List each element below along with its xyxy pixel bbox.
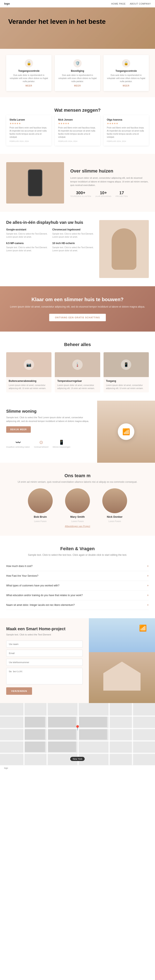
nav-link-about[interactable]: About Company <box>130 3 151 5</box>
faq-expand-icon-4[interactable]: + <box>147 593 149 597</box>
features-row: 🔒 Toegangscontrole Duis aute dolor is re… <box>0 49 155 97</box>
faq-item-1[interactable]: How much does it cost? + <box>6 562 149 571</box>
feature-card-2: 🛡️ Beveiliging Duis aute dolor is repreh… <box>55 55 100 91</box>
submit-button[interactable]: VERZENDEN <box>6 687 32 695</box>
cta-button[interactable]: ONTVANG EEN GRATIS SCHATTING <box>49 314 106 321</box>
t-text-2: Proin sed libero enim sed faucibus torpa… <box>58 126 97 138</box>
phone-input[interactable] <box>6 659 83 666</box>
hero-title: Verander het leven in het beste <box>8 18 147 25</box>
faq-item-2[interactable]: How Fast Are Your Services? + <box>6 571 149 581</box>
nav-logo: logo <box>4 2 10 5</box>
team-member-1: Bob Bruin Lorem Forem <box>24 488 57 523</box>
faq-expand-icon-5[interactable]: + <box>147 603 149 607</box>
sl-feature-3: 📱 Slimme toepassingen <box>52 440 70 448</box>
t-stars-3: ★★★★★ <box>107 122 146 125</box>
ao-title: De alles-in-één displayhub van uw huis <box>6 220 95 225</box>
ao-item-text-2: Sample text. Click to select the Text El… <box>52 232 95 239</box>
t-date-2: FEBRUARI 2024, 2024 <box>58 140 97 142</box>
contact-section: Maak een Smart Home-project Sample text.… <box>0 618 155 703</box>
team-section: Ons team m Ut enim ad minim veniam, quis… <box>0 463 155 536</box>
road-v-5 <box>132 703 133 765</box>
stat-3: 17 PROJECTEN <box>115 191 128 197</box>
stat-num-3: 17 <box>115 191 128 195</box>
wifi-device: 📶 <box>118 423 134 440</box>
faq-expand-icon-2[interactable]: + <box>147 574 149 578</box>
faq-question-5: Naam sit amet dolor. Integer iaculis est… <box>6 603 75 606</box>
ao-item-3: 6.5 MP-camera Sample text. Click to sele… <box>6 242 49 252</box>
beheer-section: Beheer alles 📷 Buitencamerabewaking Lore… <box>0 332 155 401</box>
faq-item-3[interactable]: What types of customers have you worked … <box>6 581 149 590</box>
wifi-icon-house: 📶 <box>139 624 147 632</box>
cta-text: Lorem ipsum dolor sit amet, consectetur … <box>8 305 147 309</box>
feature-meer-3[interactable]: MEER <box>107 84 146 87</box>
footer: logo <box>0 765 155 771</box>
avatar-mary <box>65 488 90 513</box>
feature-title-1: Toegangscontrole <box>9 70 48 72</box>
sl-icons: 〰️ Draadloze verbinding maken ⊙ Centraal… <box>6 440 91 448</box>
sl-right-image: 📶 <box>97 401 155 463</box>
testimonials-row: Stella Larsen ★★★★★ Proin sed libero eni… <box>6 115 149 146</box>
contact-title: Maak een Smart Home-project <box>6 627 83 631</box>
team-grid: Bob Bruin Lorem Forem Mary Smith Lorem F… <box>6 488 149 523</box>
ao-item-text-4: Sample text. Click to select the Text El… <box>52 246 95 252</box>
feature-title-3: Toegangscontrole <box>107 70 146 72</box>
feature-icon-2: 🛡️ <box>73 59 82 67</box>
faq-question-3: What types of customers have you worked … <box>6 584 59 587</box>
feature-icon-1: 🔒 <box>25 59 33 67</box>
cf-right-image: 📶 <box>89 618 155 703</box>
beheer-img-3: 📱 <box>104 352 149 377</box>
sl-title: Slimme woning <box>6 409 91 414</box>
sl-feature-1: 〰️ Draadloze verbinding maken <box>6 440 30 448</box>
faq-expand-icon-1[interactable]: + <box>147 564 149 568</box>
beheer-content-3: Toegang Lorem ipsum dolor sit amet, cons… <box>104 377 149 392</box>
map-block-7 <box>25 741 45 752</box>
feature-meer-1[interactable]: MEER <box>9 84 48 87</box>
team-gallery-link[interactable]: Afbeeldingen van Project <box>6 525 149 527</box>
map-block-1 <box>25 717 45 727</box>
faq-expand-icon-3[interactable]: + <box>147 584 149 587</box>
team-role-3: Lorem Forem <box>109 520 121 522</box>
ao-right-image <box>99 220 149 278</box>
road-v-2 <box>46 703 48 765</box>
team-name-1: Bob Bruin <box>24 515 57 518</box>
beheer-item-title-3: Toegang <box>106 380 146 382</box>
road-v-1 <box>23 703 25 765</box>
email-input[interactable] <box>6 650 83 657</box>
ao-item-text-1: Sample text. Click to select the Text El… <box>6 232 49 239</box>
sl-text: Sample text. Click to select the Text Lo… <box>6 416 91 423</box>
feature-meer-2[interactable]: MEER <box>58 84 97 87</box>
testimonial-3: Olga Ivanova ★★★★★ Proin sed libero enim… <box>104 115 149 146</box>
beheer-img-2: 🌡️ <box>55 352 100 377</box>
beheer-grid: 📷 Buitencamerabewaking Lorem ipsum dolor… <box>6 352 149 392</box>
wifi-icon: 〰️ <box>6 440 30 445</box>
map-block-2 <box>48 717 76 727</box>
name-input[interactable] <box>6 641 83 648</box>
t-stars-2: ★★★★★ <box>58 122 97 125</box>
map-section: 📍 New York <box>0 703 155 765</box>
message-input[interactable] <box>6 668 83 684</box>
sl-button[interactable]: BEKIJK MEER <box>6 426 31 433</box>
footer-logo: logo <box>4 767 8 769</box>
sl-feature-label-3: Slimme toepassingen <box>52 446 70 448</box>
beheer-card-2: 🌡️ Temperatuurregelaar Lorem ipsum dolor… <box>55 352 100 392</box>
beheer-item-title-1: Buitencamerabewaking <box>9 380 49 382</box>
faq-item-5[interactable]: Naam sit amet dolor. Integer iaculis est… <box>6 600 149 610</box>
app-icon: 📱 <box>52 440 70 445</box>
beheer-card-1: 📷 Buitencamerabewaking Lorem ipsum dolor… <box>6 352 51 392</box>
t-stars-1: ★★★★★ <box>9 122 48 125</box>
map-block-4 <box>25 729 45 740</box>
sl-feature-label-1: Draadloze verbinding maken <box>6 446 30 448</box>
team-role-1: Lorem Forem <box>34 520 46 522</box>
ao-left: De alles-in-één displayhub van uw huis G… <box>6 220 95 252</box>
road-v-3 <box>78 703 79 765</box>
navbar: logo Home Page About Company <box>0 0 155 8</box>
stat-1: 300+ TEVREDEN KLANTEN <box>70 191 91 197</box>
map-block-8 <box>48 741 76 752</box>
beheer-icon-3: 📱 <box>121 360 131 370</box>
person-image <box>112 228 136 270</box>
nav-link-home[interactable]: Home Page <box>111 3 126 5</box>
central-icon: ⊙ <box>34 440 49 445</box>
beheer-content-1: Buitencamerabewaking Lorem ipsum dolor s… <box>6 377 51 392</box>
faq-item-4[interactable]: What education and/or training do you ha… <box>6 590 149 600</box>
hero-section: Verander het leven in het beste <box>0 8 155 49</box>
